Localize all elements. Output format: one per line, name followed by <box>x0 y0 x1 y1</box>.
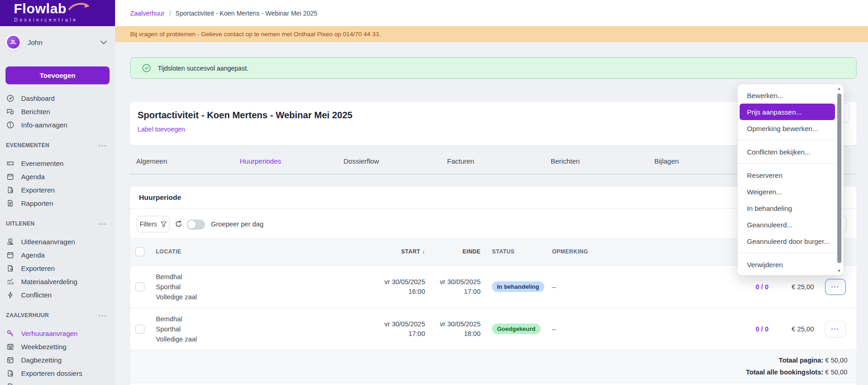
logo-subtitle: Dossiercentrale <box>14 17 77 22</box>
logo-arrow-icon <box>68 2 91 12</box>
row-actions-button[interactable]: ··· <box>825 321 846 337</box>
sidebar-item-label: Info-aanvragen <box>21 121 67 129</box>
key-icon <box>6 330 14 338</box>
table-row[interactable]: Bemdhal Sporthal Volledige zaal vr 30/05… <box>130 308 857 350</box>
add-label-link[interactable]: Label toevoegen <box>138 126 185 133</box>
breadcrumb-link-zaalverhuur[interactable]: Zaalverhuur <box>130 10 165 17</box>
sidebar: Flowlab Dossiercentrale JL John Toevoege… <box>0 0 115 385</box>
menu-scrollbar[interactable]: ▲ ▼ <box>836 86 842 273</box>
column-opmerking[interactable]: OPMERKING <box>547 248 642 255</box>
sidebar-item-label: Rapporten <box>21 199 53 207</box>
menu-item-in-behandeling[interactable]: In behandeling <box>738 200 836 216</box>
bolt-icon <box>6 291 14 299</box>
menu-item-weigeren[interactable]: Weigeren... <box>738 183 836 200</box>
menu-item-reserveren[interactable]: Reserveren <box>738 167 836 183</box>
menu-divider <box>738 253 836 253</box>
column-einde[interactable]: EINDE <box>425 247 481 257</box>
sidebar-item-dashboard[interactable]: Dashboard <box>0 92 115 105</box>
sidebar-item-uitleenaanvragen[interactable]: Uitleenaanvragen <box>0 235 115 248</box>
sidebar-item-agenda-uitlenen[interactable]: Agenda <box>0 248 115 262</box>
tab-berichten[interactable]: Berichten <box>551 151 654 170</box>
slots-cell[interactable]: 0 / 0 <box>734 325 768 333</box>
ellipsis-icon: ··· <box>831 283 840 291</box>
calendar-icon <box>6 251 14 259</box>
menu-item-conflicten-bekijken[interactable]: Conflicten bekijken... <box>738 143 836 160</box>
section-more-icon[interactable]: ··· <box>99 220 107 228</box>
avatar: JL <box>6 34 21 50</box>
sidebar-item-weekbezetting[interactable]: Weekbezetting <box>0 340 115 353</box>
group-per-day-toggle[interactable] <box>187 220 205 230</box>
sidebar-item-label: Agenda <box>21 251 45 259</box>
menu-item-geannuleerd[interactable]: Geannuleerd... <box>738 216 836 233</box>
sidebar-item-rapporten[interactable]: Rapporten <box>0 197 115 210</box>
row-checkbox[interactable] <box>135 282 144 292</box>
menu-item-geannuleerd-door-burger[interactable]: Geannuleerd door burger... <box>738 233 836 249</box>
user-menu[interactable]: JL John <box>0 32 115 52</box>
calendar-week-icon <box>6 343 14 351</box>
price-cell: € 25,00 <box>768 283 814 291</box>
tab-huurperiodes[interactable]: Huurperiodes <box>240 151 343 170</box>
sidebar-item-evenementen[interactable]: Evenementen <box>0 157 115 170</box>
sidebar-item-label: Exporteren <box>21 264 55 272</box>
tab-algemeen[interactable]: Algemeen <box>136 151 240 170</box>
page-title: Sportactiviteit - Koen Mertens - Webinar… <box>138 110 353 121</box>
column-start[interactable]: START ↓ <box>321 247 425 257</box>
toggle-knob <box>188 220 196 229</box>
section-more-icon[interactable]: ··· <box>99 142 107 149</box>
scrollbar-thumb[interactable] <box>837 94 841 263</box>
menu-item-verwijderen[interactable]: Verwijderen <box>738 256 836 273</box>
export-icon <box>6 369 14 378</box>
scroll-down-icon[interactable]: ▼ <box>837 269 841 273</box>
menu-item-bewerken[interactable]: Bewerken... <box>738 87 836 104</box>
tab-facturen[interactable]: Facturen <box>447 151 551 170</box>
einde-cell: vr 30/05/202518:00 <box>425 319 481 339</box>
filters-button[interactable]: Filters <box>137 216 170 232</box>
status-badge: Goedgekeurd <box>492 324 541 334</box>
refresh-icon[interactable] <box>175 220 182 228</box>
sidebar-item-label: Exporteren <box>21 186 55 194</box>
sidebar-item-conflicten[interactable]: Conflicten <box>0 288 115 302</box>
menu-item-prijs-aanpassen[interactable]: Prijs aanpassen... <box>740 104 835 120</box>
section-uitlenen: UITLENEN ··· <box>0 218 115 229</box>
scroll-up-icon[interactable]: ▲ <box>837 86 841 91</box>
sidebar-item-info-aanvragen[interactable]: Info-aanvragen <box>0 118 115 132</box>
menu-item-opmerking-bewerken[interactable]: Opmerking bewerken... <box>738 120 836 137</box>
select-all-checkbox[interactable] <box>135 247 144 256</box>
notice-banner: Bij vragen of problemen - Gelieve contac… <box>115 26 868 42</box>
success-banner: Tijdsloten succesvol aangepast. <box>130 57 857 79</box>
column-status[interactable]: STATUS <box>481 248 547 255</box>
add-button[interactable]: Toevoegen <box>6 66 110 84</box>
sidebar-item-exporteren-evenementen[interactable]: Exporteren <box>0 183 115 197</box>
export-icon <box>6 264 14 273</box>
chat-icon <box>6 108 14 116</box>
sidebar-item-exporteren-dossiers[interactable]: Exporteren dossiers <box>0 367 115 380</box>
location-cell: Bemdhal Sporthal Volledige zaal <box>152 272 321 302</box>
row-actions-button[interactable]: ··· <box>825 279 846 295</box>
sidebar-item-dagbezetting[interactable]: Dagbezetting <box>0 353 115 367</box>
status-badge: In behandeling <box>492 281 544 292</box>
section-more-icon[interactable]: ··· <box>99 312 107 319</box>
slots-cell[interactable]: 0 / 0 <box>734 283 768 291</box>
sidebar-item-exporteren-uitlenen[interactable]: Exporteren <box>0 262 115 275</box>
sidebar-item-label: Conflicten <box>21 291 52 299</box>
sidebar-item-agenda-evenementen[interactable]: Agenda <box>0 170 115 183</box>
section-header: EVENEMENTEN <box>6 142 50 148</box>
sidebar-nav: Dashboard Berichten Info-aanvragen EVENE… <box>0 92 115 385</box>
logo-title: Flowlab <box>14 1 66 16</box>
tab-dossierflow[interactable]: Dossierflow <box>343 151 447 170</box>
app-logo[interactable]: Flowlab Dossiercentrale <box>0 0 115 26</box>
column-locatie[interactable]: LOCATIE <box>152 247 321 257</box>
sidebar-item-materiaalverdeling[interactable]: Materiaalverdeling <box>0 275 115 288</box>
row-checkbox[interactable] <box>135 324 144 334</box>
section-evenementen: EVENEMENTEN ··· <box>0 140 115 151</box>
breadcrumb-current: Sportactiviteit - Koen Mertens - Webinar… <box>176 10 317 17</box>
sidebar-item-clipped[interactable] <box>0 380 115 385</box>
calendar-day-icon <box>6 356 14 364</box>
sidebar-item-verhuuraanvragen[interactable]: Verhuuraanvragen <box>0 327 115 340</box>
sidebar-item-label: Dagbezetting <box>21 356 61 364</box>
sidebar-item-label: Verhuuraanvragen <box>21 330 77 337</box>
ellipsis-icon: ··· <box>831 325 840 333</box>
sidebar-item-berichten[interactable]: Berichten <box>0 105 115 118</box>
document-icon <box>6 199 14 208</box>
breadcrumb-separator: / <box>169 10 171 17</box>
